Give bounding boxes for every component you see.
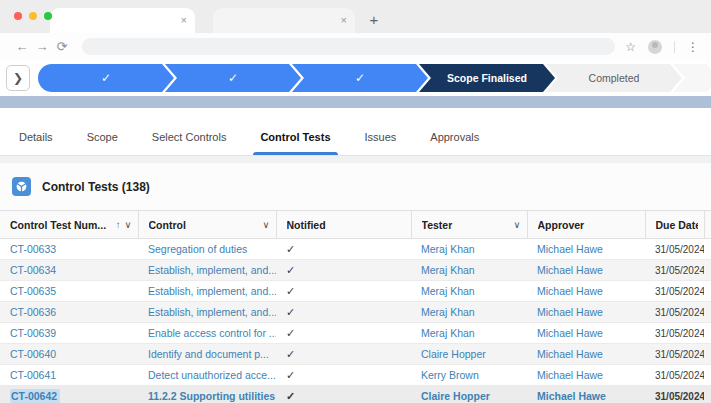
approver-link[interactable]: Michael Hawe [537, 285, 603, 297]
control-test-number-link[interactable]: CT-00633 [10, 243, 56, 255]
control-test-number-link[interactable]: CT-00640 [10, 348, 56, 360]
control-link[interactable]: Detect unauthorized acce... [148, 369, 276, 381]
col-due-date[interactable]: Due Date [645, 211, 704, 239]
tab-details[interactable]: Details [2, 118, 70, 155]
step-done-1[interactable]: ✓ [38, 64, 174, 92]
tester-link[interactable]: Claire Hopper [421, 348, 486, 360]
notified-check-icon: ✓ [286, 390, 295, 402]
step-label: Scope Finalised [447, 72, 527, 84]
forward-icon[interactable]: → [32, 39, 52, 54]
tab-approvals[interactable]: Approvals [413, 118, 496, 155]
due-date-value: 31/05/2024 [655, 370, 704, 381]
col-control[interactable]: Control ∨ [138, 211, 276, 239]
due-date-value: 31/05/2024 [655, 265, 704, 276]
control-test-number-link[interactable]: CT-00642 [10, 389, 60, 403]
tab-control-tests[interactable]: Control Tests [243, 118, 347, 155]
zoom-window-button[interactable] [44, 12, 52, 20]
step-completed[interactable]: Completed [546, 64, 682, 92]
col-clipped [704, 211, 711, 239]
step-check-icon: ✓ [101, 71, 111, 85]
new-tab-button[interactable]: + [363, 8, 385, 30]
step-check-icon: ✓ [355, 71, 365, 85]
segmented-circle-icon [12, 177, 31, 196]
col-approver[interactable]: Approver [527, 211, 645, 239]
table-body: CT-00633 Segregation of duties ✓ Meraj K… [0, 239, 711, 403]
control-test-number-link[interactable]: CT-00636 [10, 306, 56, 318]
due-date-value: 31/05/2024 [655, 286, 704, 297]
approver-link[interactable]: Michael Hawe [537, 243, 603, 255]
table-row[interactable]: CT-00639 Enable access control for ... ✓… [0, 323, 711, 344]
browser-menu-icon[interactable]: ⋮ [687, 40, 699, 54]
toolbar-separator [674, 41, 675, 53]
notified-check-icon: ✓ [286, 264, 295, 276]
control-link[interactable]: Establish, implement, and... [148, 306, 276, 318]
approver-link[interactable]: Michael Hawe [537, 306, 603, 318]
col-control-test-number[interactable]: Control Test Num... ↑ ∨ [0, 211, 138, 239]
browser-toolbar: ← → ⟳ ☆ ⋮ [0, 33, 711, 60]
tester-link[interactable]: Kerry Brown [421, 369, 479, 381]
profile-avatar[interactable] [648, 40, 662, 54]
control-test-number-link[interactable]: CT-00634 [10, 264, 56, 276]
table-row[interactable]: CT-00633 Segregation of duties ✓ Meraj K… [0, 239, 711, 260]
step-scope-finalised[interactable]: Scope Finalised [419, 64, 555, 92]
notified-check-icon: ✓ [286, 306, 295, 318]
tab-scope[interactable]: Scope [70, 118, 135, 155]
table-row[interactable]: CT-00642 11.2.2 Supporting utilities ✓ C… [0, 386, 711, 403]
close-tab-icon[interactable]: × [181, 15, 187, 26]
approver-link[interactable]: Michael Hawe [537, 348, 603, 360]
tester-link[interactable]: Meraj Khan [421, 264, 475, 276]
notified-check-icon: ✓ [286, 327, 295, 339]
approver-link[interactable]: Michael Hawe [537, 369, 603, 381]
sort-asc-icon[interactable]: ↑ [116, 219, 121, 230]
minimize-window-button[interactable] [29, 12, 37, 20]
tester-link[interactable]: Meraj Khan [421, 285, 475, 297]
chevron-down-icon[interactable]: ∨ [263, 219, 270, 230]
approver-link[interactable]: Michael Hawe [537, 327, 603, 339]
control-link[interactable]: Identify and document p... [148, 348, 269, 360]
reload-icon[interactable]: ⟳ [52, 39, 72, 54]
tester-link[interactable]: Meraj Khan [421, 243, 475, 255]
control-link[interactable]: Enable access control for ... [148, 327, 276, 339]
control-test-number-link[interactable]: CT-00641 [10, 369, 56, 381]
col-tester[interactable]: Tester ∨ [411, 211, 527, 239]
notified-check-icon: ✓ [286, 243, 295, 255]
table-header-row: Control Test Num... ↑ ∨ Control ∨ Notifi… [0, 211, 711, 239]
control-link[interactable]: Segregation of duties [148, 243, 247, 255]
expand-panel-button[interactable]: ❯ [6, 65, 30, 91]
control-link[interactable]: 11.2.2 Supporting utilities [148, 390, 275, 402]
window-controls [14, 12, 52, 20]
approver-link[interactable]: Michael Hawe [537, 390, 606, 402]
tester-link[interactable]: Meraj Khan [421, 327, 475, 339]
table-row[interactable]: CT-00641 Detect unauthorized acce... ✓ K… [0, 365, 711, 386]
control-test-number-link[interactable]: CT-00635 [10, 285, 56, 297]
table-row[interactable]: CT-00640 Identify and document p... ✓ Cl… [0, 344, 711, 365]
approver-link[interactable]: Michael Hawe [537, 264, 603, 276]
back-icon[interactable]: ← [12, 39, 32, 54]
control-tests-table: Control Test Num... ↑ ∨ Control ∨ Notifi… [0, 210, 711, 403]
close-tab-icon[interactable]: × [341, 15, 347, 26]
due-date-value: 31/05/2024 [655, 349, 704, 360]
page-tab-bar: Details Scope Select Controls Control Te… [0, 118, 711, 156]
tester-link[interactable]: Claire Hopper [421, 390, 490, 402]
control-test-number-link[interactable]: CT-00639 [10, 327, 56, 339]
table-row[interactable]: CT-00635 Establish, implement, and... ✓ … [0, 281, 711, 302]
close-window-button[interactable] [14, 12, 22, 20]
browser-tab-strip: × × + [0, 0, 711, 33]
step-done-2[interactable]: ✓ [165, 64, 301, 92]
panel-header: Control Tests (138) [0, 163, 711, 210]
chevron-down-icon[interactable]: ∨ [125, 219, 132, 230]
table-row[interactable]: CT-00636 Establish, implement, and... ✓ … [0, 302, 711, 323]
col-notified[interactable]: Notified [276, 211, 411, 239]
tester-link[interactable]: Meraj Khan [421, 306, 475, 318]
bookmark-star-icon[interactable]: ☆ [625, 40, 636, 54]
browser-tab-inactive[interactable]: × [213, 8, 355, 33]
tab-select-controls[interactable]: Select Controls [135, 118, 244, 155]
tab-issues[interactable]: Issues [348, 118, 414, 155]
control-link[interactable]: Establish, implement, and... [148, 264, 276, 276]
control-link[interactable]: Establish, implement, and... [148, 285, 276, 297]
table-row[interactable]: CT-00634 Establish, implement, and... ✓ … [0, 260, 711, 281]
address-bar[interactable] [82, 38, 615, 55]
chevron-down-icon[interactable]: ∨ [514, 219, 521, 230]
browser-tab-active[interactable]: × [50, 8, 195, 33]
step-done-3[interactable]: ✓ [292, 64, 428, 92]
